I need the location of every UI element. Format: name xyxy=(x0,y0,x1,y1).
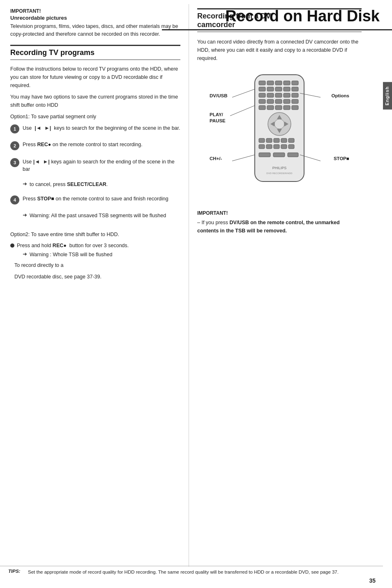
option1-label: Option1: To save partial segment only xyxy=(10,113,180,121)
key-icon-prev: |◄ ►| xyxy=(35,124,51,132)
dv-usb-bold: DV/USB on the remote control, the unmark… xyxy=(197,220,340,234)
svg-rect-20 xyxy=(275,99,282,103)
svg-rect-41 xyxy=(266,145,272,149)
svg-rect-1 xyxy=(259,81,265,85)
arrow-note-1: ➜ to cancel, press SELECT/CLEAR. xyxy=(23,181,180,188)
svg-text:PHILIPS: PHILIPS xyxy=(272,166,287,170)
remote-svg-wrap: PHILIPS DVD RECORDER/HDD DV/USB PLAY/PAU… xyxy=(210,71,349,202)
dvd-note-line2: DVD recordable disc, see page 37-39. xyxy=(14,273,180,281)
key-icon-prev2: |◄ ►| xyxy=(33,158,50,166)
svg-rect-47 xyxy=(288,153,298,157)
svg-rect-16 xyxy=(292,93,298,97)
svg-rect-37 xyxy=(274,138,279,142)
select-clear-bold: SELECT/CLEAR xyxy=(67,181,106,187)
step-circle-2: 2 xyxy=(10,141,19,150)
bullet-dot-1 xyxy=(10,243,14,248)
important-right-body: – If you press DV/USB on the remote cont… xyxy=(197,218,362,235)
arrow-symbol-2: ➜ xyxy=(23,212,27,218)
svg-rect-39 xyxy=(288,138,294,142)
svg-rect-46 xyxy=(273,153,285,157)
page-number: 35 xyxy=(369,577,376,584)
page-title-area: Record on Hard Disk xyxy=(162,0,392,30)
svg-rect-10 xyxy=(292,87,298,91)
stop-label: STOP■ xyxy=(334,156,349,161)
svg-line-48 xyxy=(232,155,255,161)
svg-rect-4 xyxy=(284,81,290,85)
svg-line-11 xyxy=(232,89,255,97)
step-2: 2 Press REC● on the remote control to st… xyxy=(10,141,180,150)
arrow-symbol-3: ➜ xyxy=(23,251,27,257)
dv-body: You can record video directly from a con… xyxy=(197,38,362,62)
option2-label: Option2: To save entire time shift buffe… xyxy=(10,230,180,239)
recording-tv-intro2: You may have two options to save the cur… xyxy=(10,93,180,109)
step-circle-1: 1 xyxy=(10,124,19,133)
svg-text:DVD RECORDER/HDD: DVD RECORDER/HDD xyxy=(266,172,293,175)
svg-line-28 xyxy=(230,106,255,116)
right-column: Recording from a DV camcorder You can re… xyxy=(189,4,378,567)
svg-point-30 xyxy=(274,119,284,129)
svg-rect-8 xyxy=(275,87,282,91)
svg-rect-44 xyxy=(288,145,294,149)
bullet-rec: Press and hold REC● button for over 3 se… xyxy=(10,242,180,250)
main-layout: IMPORTANT! Unrecordable pictures Televis… xyxy=(0,0,392,567)
svg-rect-23 xyxy=(259,106,265,110)
svg-rect-13 xyxy=(267,93,274,97)
svg-rect-36 xyxy=(266,138,272,142)
svg-rect-24 xyxy=(267,106,274,110)
recording-tv-intro1: Follow the instructions below to record … xyxy=(10,65,180,90)
dvd-note: To record directly to a DVD recordable d… xyxy=(14,261,180,281)
ch-plus-minus-label: CH+/- xyxy=(210,156,222,161)
important-body: Television programs, films, video tapes,… xyxy=(10,23,180,38)
arrow-text-1: to cancel, press SELECT/CLEAR. xyxy=(30,181,108,188)
svg-rect-42 xyxy=(274,145,279,149)
step-1-text: Use |◄ ►| keys to search for the beginni… xyxy=(23,124,180,132)
remote-svg: PHILIPS DVD RECORDER/HDD xyxy=(210,71,349,202)
svg-rect-9 xyxy=(284,87,290,91)
play-pause-label: PLAY/PAUSE xyxy=(210,112,226,124)
svg-rect-12 xyxy=(259,93,265,97)
step-1: 1 Use |◄ ►| keys to search for the begin… xyxy=(10,124,180,133)
arrow-text-2: Warning: All the past unsaved TSB segmen… xyxy=(30,212,166,220)
important-box: IMPORTANT! Unrecordable pictures Televis… xyxy=(10,8,180,38)
dv-usb-label: DV/USB xyxy=(210,93,227,98)
page-title: Record on Hard Disk xyxy=(166,7,380,25)
important-title: IMPORTANT! xyxy=(10,8,180,14)
left-column: IMPORTANT! Unrecordable pictures Televis… xyxy=(0,4,189,567)
remote-diagram: PHILIPS DVD RECORDER/HDD DV/USB PLAY/PAU… xyxy=(197,71,362,202)
step-3-text: Use |◄ ►| keys again to search for the e… xyxy=(23,158,180,174)
step-4-text: Press STOP■ on the remote control to sav… xyxy=(23,195,180,203)
important-subtitle: Unrecordable pictures xyxy=(10,15,180,21)
svg-rect-22 xyxy=(292,99,298,103)
recording-tv-section-header: Recording TV programs xyxy=(10,45,180,60)
svg-rect-45 xyxy=(259,153,270,157)
svg-rect-14 xyxy=(275,93,282,97)
svg-rect-21 xyxy=(284,99,290,103)
svg-rect-2 xyxy=(267,81,274,85)
svg-rect-19 xyxy=(267,99,274,103)
svg-rect-5 xyxy=(292,81,298,85)
svg-rect-43 xyxy=(281,145,287,149)
important-right-box: IMPORTANT! – If you press DV/USB on the … xyxy=(197,210,362,235)
svg-rect-40 xyxy=(259,145,265,149)
bullet-rec-text: Press and hold REC● button for over 3 se… xyxy=(17,242,129,250)
svg-rect-25 xyxy=(275,106,282,110)
page-footer: TIPS: Set the appropriate mode of record… xyxy=(0,566,383,576)
svg-rect-15 xyxy=(284,93,290,97)
recording-tv-title: Recording TV programs xyxy=(10,48,180,57)
svg-rect-18 xyxy=(259,99,265,103)
arrow-note-3: ➜ Warning : Whole TSB will be flushed xyxy=(23,251,180,259)
svg-rect-38 xyxy=(281,138,287,142)
step-4: 4 Press STOP■ on the remote control to s… xyxy=(10,195,180,204)
options-label: Options xyxy=(332,93,349,98)
rec-bold: REC● xyxy=(37,142,51,147)
footer-tips-label: TIPS: xyxy=(8,569,25,574)
arrow-note-2: ➜ Warning: All the past unsaved TSB segm… xyxy=(23,212,180,220)
svg-rect-3 xyxy=(275,81,282,85)
dvd-note-line1: To record directly to a xyxy=(14,261,180,269)
footer-tips-text: Set the appropriate mode of record quali… xyxy=(28,569,339,576)
step-circle-3: 3 xyxy=(10,158,19,167)
step-2-text: Press REC● on the remote control to star… xyxy=(23,141,180,149)
svg-rect-35 xyxy=(259,138,265,142)
svg-rect-7 xyxy=(267,87,274,91)
side-tab: English xyxy=(383,82,392,110)
